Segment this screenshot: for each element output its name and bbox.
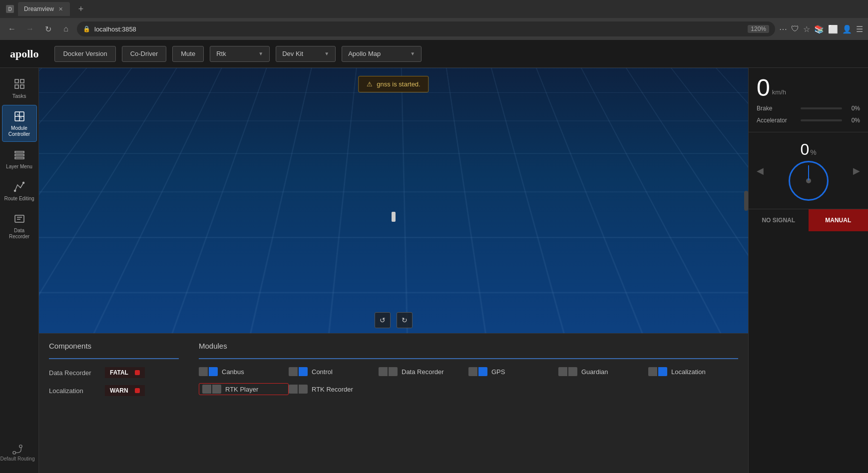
localization-label: Localization — [671, 368, 706, 376]
layer-menu-label: Layer Menu — [6, 164, 32, 170]
svg-line-8 — [20, 117, 21, 118]
data-recorder-toggle-off1[interactable] — [379, 367, 388, 376]
extensions-icon[interactable]: ⋯ — [779, 24, 787, 34]
rtk-player-label: RTK Player — [225, 386, 258, 393]
svg-point-12 — [14, 190, 15, 192]
steering-needle — [808, 165, 809, 180]
map-rotate-right-button[interactable]: ↻ — [397, 312, 413, 328]
back-button[interactable]: ← — [5, 22, 19, 36]
steering-panel: ◀ 0 % ▶ — [749, 132, 868, 209]
component-row-data-recorder: Data Recorder FATAL — [49, 367, 179, 378]
guardian-toggle-off2[interactable] — [568, 367, 577, 376]
data-recorder-module-label: Data Recorder — [402, 368, 444, 376]
canbus-toggle-off[interactable] — [199, 367, 208, 376]
brake-bar-bg — [801, 107, 842, 109]
rtk-recorder-toggle-off2[interactable] — [299, 385, 308, 394]
sidebar-item-module-controller[interactable]: Module Controller — [2, 105, 37, 142]
tab-manager-icon[interactable]: ⬜ — [828, 24, 838, 34]
localization-toggle-off[interactable] — [648, 367, 657, 376]
menu-icon[interactable]: ☰ — [856, 24, 863, 34]
sidebar-item-default-routing[interactable]: Default Routing — [0, 438, 35, 468]
data-recorder-toggle-off2[interactable] — [389, 367, 398, 376]
tab-close-icon[interactable]: ✕ — [57, 5, 64, 12]
canbus-toggle-on[interactable] — [209, 367, 218, 376]
components-section: Components Data Recorder FATAL Localizat… — [49, 342, 179, 403]
control-toggle-on[interactable] — [299, 367, 308, 376]
rtk-recorder-toggle[interactable] — [289, 385, 308, 394]
map-dropdown-arrow: ▼ — [410, 51, 415, 56]
url-text: localhost:3858 — [94, 25, 744, 33]
address-bar[interactable]: 🔒 localhost:3858 120% — [77, 21, 775, 36]
rtk-player-toggle-off2[interactable] — [212, 385, 221, 394]
rtk-player-toggle[interactable] — [202, 385, 221, 394]
profile-icon[interactable]: 👤 — [842, 24, 852, 34]
home-button[interactable]: ⌂ — [59, 22, 73, 36]
module-gps: GPS — [468, 367, 558, 376]
svg-rect-3 — [20, 85, 24, 88]
sidebar-item-route-editing[interactable]: Route Editing — [2, 176, 37, 206]
speed-value: 0 — [757, 76, 770, 100]
map-dropdown[interactable]: Apollo Map ▼ — [342, 46, 422, 62]
canbus-label: Canbus — [222, 368, 244, 376]
localization-toggle-on[interactable] — [658, 367, 667, 376]
browser-toolbar: ← → ↻ ⌂ 🔒 localhost:3858 120% ⋯ 🛡 ☆ 📚 ⬜ … — [0, 18, 868, 40]
guardian-toggle-off1[interactable] — [558, 367, 567, 376]
svg-rect-1 — [20, 79, 24, 83]
control-toggle-off[interactable] — [289, 367, 298, 376]
brake-gauge: Brake 0% — [757, 105, 860, 112]
manual-button[interactable]: MANUAL — [809, 209, 868, 231]
refresh-button[interactable]: ↻ — [41, 22, 55, 36]
map-resize-handle[interactable] — [744, 191, 748, 211]
bookmark-icon[interactable]: ☆ — [803, 24, 810, 34]
control-toggle[interactable] — [289, 367, 308, 376]
main-area: Tasks Module Controller — [0, 68, 868, 473]
bookmarks-icon[interactable]: 📚 — [814, 24, 824, 34]
map-grid — [39, 68, 748, 333]
modules-divider — [199, 358, 738, 359]
module-data-recorder: Data Recorder — [379, 367, 468, 376]
rtk-recorder-toggle-off1[interactable] — [289, 385, 298, 394]
no-signal-button[interactable]: NO SIGNAL — [749, 209, 809, 231]
bottom-panel-layout: Components Data Recorder FATAL Localizat… — [49, 342, 738, 403]
gps-toggle[interactable] — [468, 367, 487, 376]
localization-toggle[interactable] — [648, 367, 667, 376]
mute-button[interactable]: Mute — [172, 46, 204, 62]
sidebar-item-layer-menu[interactable]: Layer Menu — [2, 144, 37, 174]
co-driver-button[interactable]: Co-Driver — [122, 46, 167, 62]
canbus-toggle[interactable] — [199, 367, 218, 376]
data-recorder-toggle[interactable] — [379, 367, 398, 376]
default-routing-label: Default Routing — [0, 456, 35, 462]
browser-favicon: D — [6, 5, 14, 13]
map-rotate-left-button[interactable]: ↺ — [375, 312, 391, 328]
sidebar-bottom: Default Routing — [0, 438, 38, 468]
module-control: Control — [289, 367, 379, 376]
forward-button[interactable]: → — [23, 22, 37, 36]
accelerator-pct: 0% — [846, 117, 860, 124]
steering-left-icon[interactable]: ◀ — [757, 165, 764, 176]
rtk-dropdown[interactable]: Rtk ▼ — [210, 46, 270, 62]
component-row-localization: Localization WARN — [49, 385, 179, 396]
component-status-warn: WARN — [105, 385, 145, 396]
new-tab-button[interactable]: + — [74, 2, 88, 16]
component-name-localization: Localization — [49, 387, 99, 395]
gps-toggle-on[interactable] — [478, 367, 487, 376]
brake-pct: 0% — [846, 105, 860, 112]
rtk-player-toggle-off1[interactable] — [202, 385, 211, 394]
devkit-dropdown[interactable]: Dev Kit ▼ — [276, 46, 336, 62]
bottom-panel: Components Data Recorder FATAL Localizat… — [39, 333, 748, 473]
data-recorder-label: Data Recorder — [4, 228, 35, 240]
sidebar-item-tasks[interactable]: Tasks — [2, 73, 37, 103]
devkit-dropdown-arrow: ▼ — [324, 51, 329, 56]
layer-menu-icon — [12, 148, 26, 162]
steering-unit: % — [810, 148, 816, 156]
browser-tab[interactable]: Dreamview ✕ — [18, 2, 70, 16]
guardian-toggle[interactable] — [558, 367, 577, 376]
toolbar-right: ⋯ 🛡 ☆ 📚 ⬜ 👤 ☰ — [779, 24, 863, 34]
steering-right-icon[interactable]: ▶ — [853, 165, 860, 176]
module-canbus: Canbus — [199, 367, 289, 376]
gps-toggle-off[interactable] — [468, 367, 477, 376]
map-area[interactable]: ⚠ gnss is started. ↺ ↻ — [39, 68, 748, 333]
sidebar-item-data-recorder[interactable]: Data Recorder — [2, 208, 37, 244]
docker-version-button[interactable]: Docker Version — [54, 46, 115, 62]
svg-rect-14 — [15, 215, 24, 222]
